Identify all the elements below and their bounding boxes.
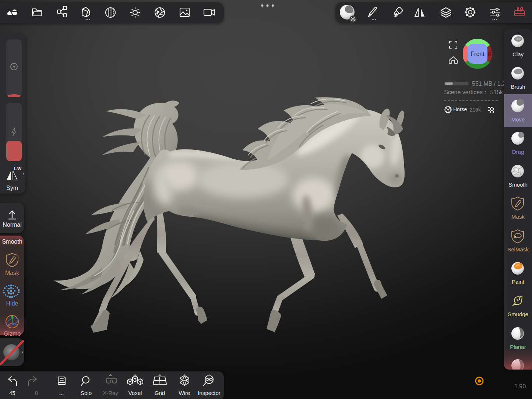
svg-text:Front: Front — [471, 51, 485, 57]
svg-text:L/W: L/W — [14, 166, 22, 171]
svg-text:R: R — [488, 51, 492, 57]
